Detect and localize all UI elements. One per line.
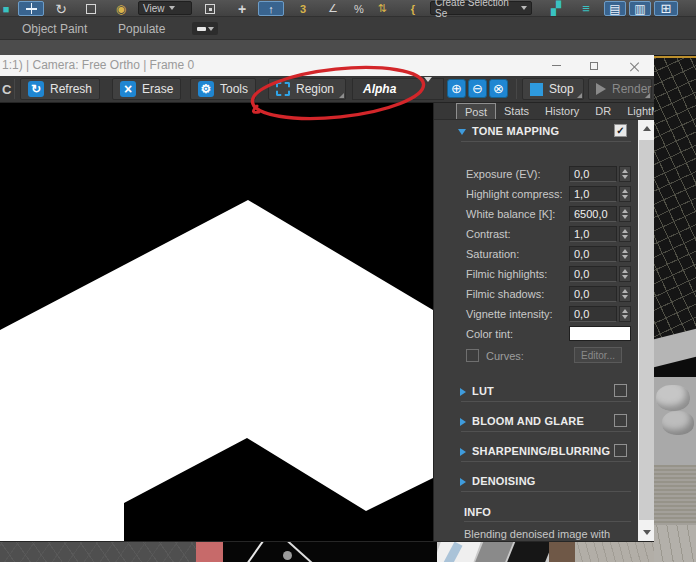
chevron-down-icon	[521, 6, 527, 10]
scroll-down-button[interactable]	[638, 524, 654, 541]
vignette-intensity-input[interactable]: 0,0	[569, 306, 617, 322]
desktop-screenshot: ■ ↻ ◉ View + ↑ 3 ∠ % ⇅ { Create Selectio…	[0, 0, 696, 562]
section-denoising[interactable]: DENOISING	[434, 474, 638, 489]
section-info: INFO	[434, 505, 638, 520]
pivot-center-icon[interactable]	[198, 1, 222, 16]
contrast-input[interactable]: 1,0	[569, 226, 617, 242]
percent-snap-icon[interactable]: %	[348, 1, 370, 16]
tab-dr[interactable]: DR	[587, 103, 619, 119]
scale-tool-icon[interactable]	[78, 1, 104, 16]
erase-icon: ×	[120, 81, 136, 97]
spinner-down-icon	[622, 235, 628, 239]
color-tint-swatch[interactable]	[569, 326, 631, 341]
vray-frame-buffer-window: 1:1) | Camera: Free Ortho | Frame 0 C ↻ …	[0, 55, 654, 541]
ribbon-toggle-button[interactable]: ⊞	[654, 1, 678, 16]
reference-coordinate-value: View	[143, 3, 165, 14]
section-bloom-and-glare[interactable]: BLOOM AND GLARE	[434, 414, 638, 429]
filmic-highlights-spinner[interactable]	[619, 266, 631, 282]
maximize-button[interactable]	[583, 55, 605, 76]
red-scene-object	[196, 542, 223, 562]
filmic-shadows-input[interactable]: 0,0	[569, 286, 617, 302]
section-lut[interactable]: LUT	[434, 384, 638, 399]
erase-button[interactable]: × Erase	[112, 78, 181, 100]
select-manipulate-icon[interactable]: +	[230, 1, 254, 16]
select-move-button[interactable]	[18, 1, 44, 16]
field-label: Exposure (EV):	[466, 168, 541, 180]
ribbon-minimize-dropdown[interactable]	[192, 22, 218, 35]
exposure-spinner[interactable]	[619, 166, 631, 182]
erase-label: Erase	[142, 82, 173, 96]
sphere-object	[283, 551, 292, 560]
viewport-grid	[654, 58, 696, 348]
edit-named-sets-icon[interactable]: {	[402, 1, 424, 16]
channel-value: Alpha	[353, 82, 396, 96]
filmic-shadows-spinner[interactable]	[619, 286, 631, 302]
section-sharpening-blurring[interactable]: SHARPENING/BLURRING	[434, 444, 638, 459]
section-title: BLOOM AND GLARE	[472, 415, 584, 427]
contrast-spinner[interactable]	[619, 226, 631, 242]
select-place-icon[interactable]: ◉	[108, 1, 134, 16]
bloom-glare-checkbox[interactable]	[614, 414, 627, 427]
render-play-icon	[596, 83, 606, 95]
tab-stats[interactable]: Stats	[496, 103, 537, 119]
render-canvas-alpha-channel[interactable]	[0, 103, 433, 541]
exposure-input[interactable]: 0,0	[569, 166, 617, 182]
white-balance-input[interactable]: 6500,0	[569, 206, 617, 222]
named-selection-dropdown[interactable]: Create Selection Se	[430, 1, 532, 15]
scrollbar-thumb[interactable]	[639, 140, 654, 520]
saturation-spinner[interactable]	[619, 246, 631, 262]
saturation-input[interactable]: 0,0	[569, 246, 617, 262]
section-collapsed-icon	[460, 388, 466, 396]
close-button[interactable]	[623, 55, 645, 76]
white-balance-spinner[interactable]	[619, 206, 631, 222]
vignette-intensity-spinner[interactable]	[619, 306, 631, 322]
curves-editor-button[interactable]: Editor...	[574, 347, 622, 363]
tools-label: Tools	[220, 82, 248, 96]
refresh-button[interactable]: ↻ Refresh	[20, 78, 100, 100]
tab-lightmix[interactable]: LightMix	[619, 103, 654, 119]
snap-fragment-icon[interactable]: ■	[0, 1, 12, 16]
rotate-tool-icon[interactable]: ↻	[48, 1, 74, 16]
sharpening-checkbox[interactable]	[614, 444, 627, 457]
highlight-compress-input[interactable]: 1,0	[569, 186, 617, 202]
vfb-titlebar[interactable]: 1:1) | Camera: Free Ortho | Frame 0	[0, 55, 654, 76]
stop-icon	[530, 83, 543, 96]
panel-scrollbar[interactable]	[638, 120, 654, 541]
lut-checkbox[interactable]	[614, 384, 627, 397]
snap-toggle-3d-icon[interactable]: 3	[290, 1, 316, 16]
zoom-in-button[interactable]: ⊕	[447, 79, 466, 98]
ribbon-tab-object-paint[interactable]: Object Paint	[22, 17, 87, 40]
curves-checkbox[interactable]	[466, 349, 479, 362]
minimize-button[interactable]	[545, 55, 567, 76]
section-tone-mapping[interactable]: TONE MAPPING ✓	[434, 124, 638, 139]
reference-coordinate-dropdown[interactable]: View	[138, 1, 192, 15]
tab-post[interactable]: Post	[456, 103, 496, 119]
scene-explorer-toggle[interactable]: ▤	[604, 1, 626, 16]
layer-explorer-toggle[interactable]: ▥	[629, 1, 651, 16]
tab-history[interactable]: History	[537, 103, 587, 119]
channel-dropdown-arrow[interactable]	[424, 82, 432, 100]
tone-mapping-checkbox[interactable]: ✓	[614, 124, 627, 137]
highlight-compress-spinner[interactable]	[619, 186, 631, 202]
render-button[interactable]: Render	[588, 78, 652, 100]
field-label: Saturation:	[466, 248, 519, 260]
stop-render-button[interactable]: Stop	[522, 78, 584, 100]
spinner-snap-icon[interactable]: ⇅	[371, 1, 393, 16]
align-tool-icon[interactable]: ≡	[575, 1, 597, 16]
zoom-reset-button[interactable]: ⊗	[489, 79, 508, 98]
field-label: Vignette intensity:	[466, 308, 553, 320]
angle-snap-icon[interactable]: ∠	[320, 1, 346, 16]
scroll-up-button[interactable]	[638, 120, 654, 137]
ribbon-tab-populate[interactable]: Populate	[118, 17, 165, 40]
window-title: 1:1) | Camera: Free Ortho | Frame 0	[2, 58, 194, 72]
tools-button[interactable]: ⚙ Tools	[190, 78, 256, 100]
filmic-highlights-input[interactable]: 0,0	[569, 266, 617, 282]
field-row: White balance [K]: 6500,0	[434, 206, 638, 222]
pivot-icon	[205, 4, 215, 14]
keyboard-override-toggle[interactable]: ↑	[258, 1, 284, 16]
dropdown-corner-icon	[645, 93, 650, 98]
zoom-out-button[interactable]: ⊖	[468, 79, 487, 98]
region-render-button[interactable]: Region	[268, 78, 346, 100]
field-row: Contrast: 1,0	[434, 226, 638, 242]
mirror-tool-icon[interactable]: ▞	[545, 1, 567, 16]
